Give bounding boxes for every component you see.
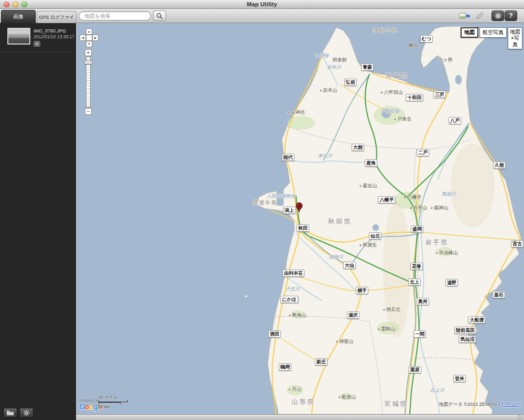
- pan-right-button[interactable]: ▶: [92, 35, 99, 41]
- map-type-hybrid-button[interactable]: 地図+写真: [508, 27, 522, 49]
- map-type-control: 地図 航空写真 地図+写真: [460, 27, 522, 49]
- gear-icon: [495, 13, 501, 19]
- zoom-slider-handle[interactable]: [84, 61, 93, 64]
- map-type-map-button[interactable]: 地図: [461, 27, 478, 38]
- sidebar-footer: [3, 408, 34, 418]
- image-timestamp: 2012/01/10 13:30:17: [34, 34, 74, 40]
- zoom-in-button[interactable]: +: [85, 49, 92, 56]
- zoom-out-button[interactable]: −: [85, 108, 92, 115]
- image-list-item[interactable]: IMG_0760.JPG 2012/01/10 13:30:17: [0, 25, 76, 52]
- help-label: ?: [509, 12, 512, 19]
- gear-small-icon: [23, 410, 30, 416]
- map-canvas[interactable]: 青森県秋田県岩手県山形県宮城県青森むつ弘前三沢十和田八戸二戸久慈大館鹿角能代八幡…: [77, 23, 524, 414]
- map-utility-window: Map Utility 画像 GPS ログファイル: [0, 0, 524, 420]
- send-to-map-button[interactable]: [458, 11, 472, 21]
- preferences-button[interactable]: [492, 10, 504, 21]
- photo-pin[interactable]: [296, 202, 303, 215]
- tab-images[interactable]: 画像: [1, 10, 36, 23]
- scale-km-label: 20 km: [99, 404, 110, 409]
- pan-left-button[interactable]: ◀: [80, 35, 86, 41]
- pan-center-button[interactable]: [86, 35, 92, 41]
- image-list-sidebar: IMG_0760.JPG 2012/01/10 13:30:17: [0, 23, 76, 420]
- pen-icon: [475, 12, 484, 20]
- attribution-text: 地図データ ©2012 ZENRIN -: [439, 402, 501, 407]
- map-graphics: [77, 23, 524, 414]
- image-thumbnail[interactable]: [7, 28, 30, 45]
- search-button[interactable]: [153, 10, 166, 21]
- write-gps-info-button[interactable]: [473, 11, 486, 21]
- export-photo-icon: [459, 12, 471, 20]
- photo-pin-icon: [296, 202, 303, 213]
- title-bar: Map Utility: [0, 0, 524, 9]
- window-bottom-bar: [77, 414, 524, 420]
- gps-badge-icon: [34, 41, 40, 47]
- search-icon: [156, 13, 163, 19]
- tab-gps-log-files[interactable]: GPS ログファイル: [37, 11, 77, 23]
- window-title: Map Utility: [0, 1, 524, 7]
- add-images-button[interactable]: [3, 408, 17, 418]
- pan-up-button[interactable]: ▲: [86, 28, 92, 35]
- pan-down-button[interactable]: ▼: [86, 41, 92, 47]
- terms-of-use-link[interactable]: 利用規約: [501, 402, 520, 407]
- toolbar: 画像 GPS ログファイル: [0, 9, 524, 23]
- resize-grip[interactable]: [518, 415, 523, 419]
- pan-control: ▲ ◀ ▶ ▼: [80, 28, 99, 47]
- map-attribution: 地図データ ©2012 ZENRIN - 利用規約: [439, 401, 520, 408]
- image-settings-button[interactable]: [19, 408, 34, 418]
- scale-miles-label: 10 マイル: [99, 395, 117, 400]
- map-search-input[interactable]: [79, 11, 151, 20]
- help-button[interactable]: ?: [505, 10, 517, 21]
- map-scale-bar: 10 マイル 20 km: [99, 394, 128, 409]
- folder-icon: [6, 410, 14, 416]
- map-type-satellite-button[interactable]: 航空写真: [479, 27, 507, 38]
